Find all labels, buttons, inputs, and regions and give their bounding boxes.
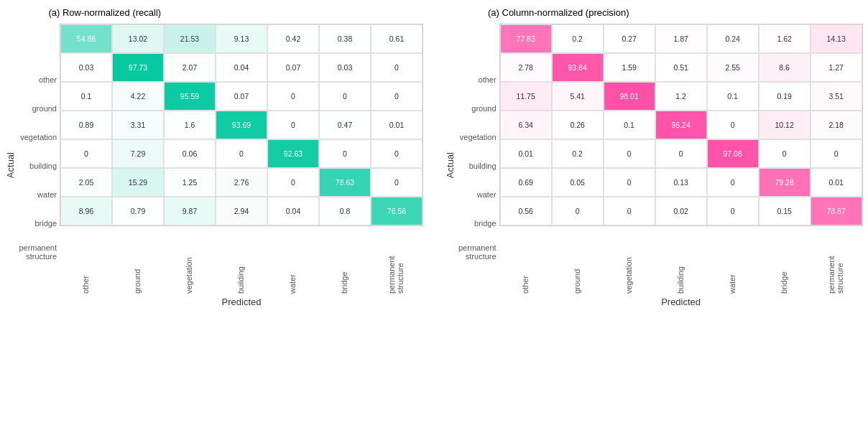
main-container: (a) Row-normalized (recall) Actual other… <box>5 7 862 307</box>
x-label-6: permanent structure <box>810 226 862 294</box>
right-x-axis-label: Predicted <box>499 297 863 307</box>
right-y-axis-label: Actual <box>445 152 456 178</box>
grid-cell: 0 <box>811 139 862 168</box>
right-y-labels: othergroundvegetationbuildingwaterbridge… <box>458 65 497 266</box>
grid-cell: 5.41 <box>552 82 604 111</box>
grid-cell: 0 <box>371 53 423 82</box>
grid-cell: 0.2 <box>552 24 604 53</box>
grid-cell: 0 <box>604 168 655 197</box>
grid-cell: 0.01 <box>811 168 862 197</box>
left-chart-area: Actual othergroundvegetationbuildingwate… <box>5 24 423 307</box>
grid-cell: 0.8 <box>319 197 371 225</box>
x-label-1: ground <box>551 226 603 294</box>
grid-cell: 0 <box>267 82 319 111</box>
grid-cell: 0.15 <box>759 197 811 225</box>
grid-cell: 2.05 <box>60 168 112 197</box>
grid-cell: 2.07 <box>164 53 216 82</box>
grid-cell: 0 <box>707 168 759 197</box>
grid-cell: 0 <box>267 111 319 139</box>
grid-cell: 4.22 <box>112 82 164 111</box>
grid-cell: 93.69 <box>216 111 267 139</box>
grid-cell: 1.87 <box>655 24 707 53</box>
y-label-0: other <box>19 65 57 94</box>
grid-cell: 11.75 <box>500 82 552 111</box>
grid-cell: 0.2 <box>552 139 604 168</box>
grid-cell: 9.87 <box>164 197 216 225</box>
right-chart-title: (a) Column-normalized (precision) <box>488 7 629 18</box>
grid-cell: 95.59 <box>164 82 216 111</box>
grid-cell: 78.87 <box>811 197 862 225</box>
grid-cell: 0 <box>371 168 423 197</box>
grid-cell: 0.24 <box>707 24 759 53</box>
grid-cell: 0.13 <box>655 168 707 197</box>
grid-cell: 0.07 <box>216 82 267 111</box>
y-label-1: ground <box>458 94 497 123</box>
grid-cell: 13.02 <box>112 24 164 53</box>
x-label-0: other <box>499 226 551 294</box>
left-grid-and-x: 54.8813.0221.539.130.420.380.610.0397.73… <box>60 24 423 307</box>
grid-cell: 6.34 <box>500 111 552 139</box>
grid-cell: 54.88 <box>60 24 112 53</box>
y-label-5: bridge <box>19 209 57 238</box>
y-label-6: permanent structure <box>19 238 57 266</box>
y-label-2: vegetation <box>19 123 57 152</box>
y-label-2: vegetation <box>458 123 497 152</box>
grid-cell: 1.27 <box>811 53 862 82</box>
grid-cell: 2.55 <box>707 53 759 82</box>
x-label-6: permanent structure <box>370 226 422 294</box>
grid-cell: 0 <box>319 139 371 168</box>
right-grid: 77.830.20.271.870.241.6214.132.7893.841.… <box>499 24 863 226</box>
grid-cell: 0.27 <box>604 24 655 53</box>
grid-cell: 0 <box>759 139 811 168</box>
grid-cell: 0.03 <box>60 53 112 82</box>
grid-cell: 0.1 <box>707 82 759 111</box>
right-chart-area: Actual othergroundvegetationbuildingwate… <box>445 24 863 307</box>
grid-cell: 1.25 <box>164 168 216 197</box>
grid-cell: 0.01 <box>371 111 423 139</box>
left-x-labels-row: othergroundvegetationbuildingwaterbridge… <box>60 226 423 294</box>
grid-cell: 97.08 <box>707 139 759 168</box>
grid-cell: 98.01 <box>604 82 655 111</box>
grid-cell: 0.42 <box>267 24 319 53</box>
grid-cell: 0.04 <box>267 197 319 225</box>
y-label-5: bridge <box>458 209 497 238</box>
grid-cell: 2.18 <box>811 111 862 139</box>
grid-cell: 7.29 <box>112 139 164 168</box>
grid-cell: 0 <box>655 139 707 168</box>
grid-cell: 0.19 <box>759 82 811 111</box>
grid-cell: 21.53 <box>164 24 216 53</box>
grid-cell: 0.02 <box>655 197 707 225</box>
y-label-3: building <box>458 152 497 180</box>
grid-cell: 0.01 <box>500 139 552 168</box>
left-y-labels: othergroundvegetationbuildingwaterbridge… <box>19 65 57 266</box>
grid-cell: 2.94 <box>216 197 267 225</box>
y-label-1: ground <box>19 94 57 123</box>
grid-cell: 0.89 <box>60 111 112 139</box>
x-label-0: other <box>60 226 111 294</box>
y-label-4: water <box>458 180 497 209</box>
grid-cell: 14.13 <box>811 24 862 53</box>
grid-cell: 8.96 <box>60 197 112 225</box>
grid-cell: 0.79 <box>112 197 164 225</box>
grid-cell: 0.26 <box>552 111 604 139</box>
grid-cell: 2.76 <box>216 168 267 197</box>
grid-cell: 0 <box>216 139 267 168</box>
left-chart-wrapper: (a) Row-normalized (recall) Actual other… <box>5 7 423 307</box>
grid-cell: 0 <box>60 139 112 168</box>
grid-cell: 0 <box>604 197 655 225</box>
grid-cell: 1.59 <box>604 53 655 82</box>
grid-cell: 0.38 <box>319 24 371 53</box>
grid-cell: 0.07 <box>267 53 319 82</box>
right-grid-and-x: 77.830.20.271.870.241.6214.132.7893.841.… <box>499 24 863 307</box>
grid-cell: 96.24 <box>655 111 707 139</box>
x-label-3: building <box>215 226 267 294</box>
y-label-6: permanent structure <box>458 238 497 266</box>
grid-cell: 0.05 <box>552 168 604 197</box>
grid-cell: 0 <box>604 139 655 168</box>
grid-cell: 0 <box>707 111 759 139</box>
grid-cell: 0.69 <box>500 168 552 197</box>
grid-cell: 3.51 <box>811 82 862 111</box>
grid-cell: 78.63 <box>319 168 371 197</box>
grid-cell: 0.03 <box>319 53 371 82</box>
grid-cell: 0.1 <box>604 111 655 139</box>
